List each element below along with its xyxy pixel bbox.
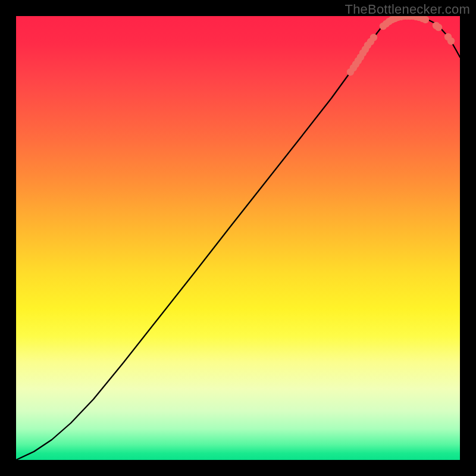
marker-dot bbox=[447, 37, 455, 45]
marker-dot bbox=[435, 24, 442, 31]
bottleneck-curve bbox=[16, 16, 460, 460]
bottleneck-markers bbox=[347, 16, 455, 76]
watermark-text: TheBottlenecker.com bbox=[345, 2, 470, 17]
marker-dot bbox=[370, 34, 377, 41]
chart-plot-area bbox=[16, 16, 460, 460]
chart-svg bbox=[16, 16, 460, 460]
chart-stage: TheBottlenecker.com bbox=[0, 0, 476, 476]
